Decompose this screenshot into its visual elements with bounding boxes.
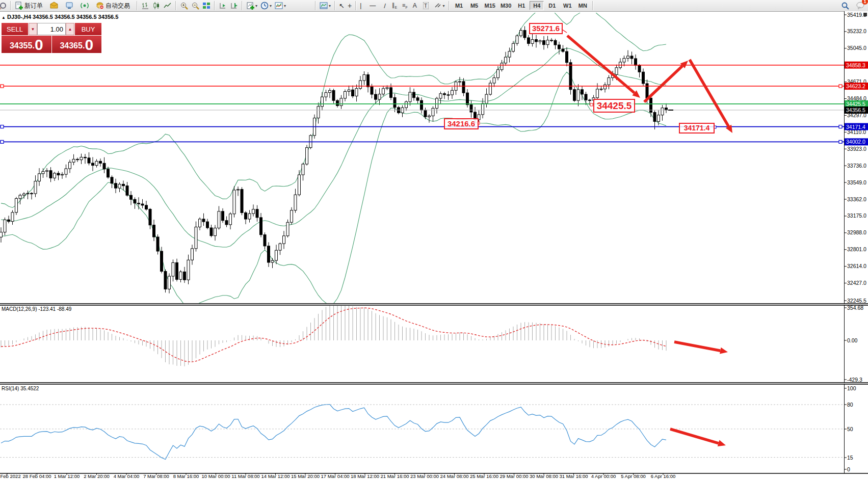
chart-area[interactable]: 35419.035232.035045.034858.034671.034484…: [0, 11, 868, 480]
time-axis-label: 5 Apr 08:00: [621, 473, 646, 479]
horizontal-line-tool[interactable]: —: [368, 1, 377, 11]
candle-body: [382, 89, 385, 94]
chart-window-icon: [320, 2, 328, 10]
volume-increase-button[interactable]: ▲: [66, 23, 74, 35]
signals-button[interactable]: [79, 1, 90, 11]
indicators-button[interactable]: ▾: [273, 1, 287, 11]
candle-body: [294, 195, 297, 210]
candle-body: [61, 174, 64, 175]
tile-windows-button[interactable]: [201, 1, 212, 11]
candle-body: [512, 43, 515, 51]
buy-button[interactable]: BUY: [74, 23, 101, 35]
timeframe-d1[interactable]: D1: [545, 1, 559, 10]
candle-body: [348, 90, 350, 91]
candle-body: [325, 93, 327, 97]
auto-scroll-icon: [219, 2, 227, 10]
line-handle: [1, 125, 4, 128]
candle-body: [199, 219, 201, 227]
time-axis-label: 29 Mar 00:00: [500, 473, 529, 479]
candle-body: [76, 159, 79, 159]
bar-chart-mode-button[interactable]: [140, 1, 151, 11]
price-annotation[interactable]: 34425.5: [593, 99, 635, 113]
line-chart-mode-button[interactable]: [162, 1, 173, 11]
pane-separator: [0, 303, 868, 304]
fibonacci-tool[interactable]: ≡F: [401, 1, 409, 11]
volume-input[interactable]: [37, 23, 66, 35]
search-button[interactable]: [839, 1, 851, 11]
timeframe-m15[interactable]: M15: [483, 1, 497, 10]
notifications-button[interactable]: 1: [855, 1, 866, 11]
timeframe-m1[interactable]: M1: [452, 1, 466, 10]
pane-separator: [0, 383, 868, 384]
candle-body: [206, 222, 209, 228]
candle-body: [27, 193, 29, 194]
time-axis-label: 7 Mar 08:00: [143, 473, 169, 479]
text-label-tool[interactable]: T: [422, 1, 430, 11]
candle-body: [642, 72, 645, 84]
timeframe-m30[interactable]: M30: [498, 1, 513, 10]
trend-arrow-head: [718, 440, 726, 446]
candle-body: [95, 161, 98, 165]
periods-button[interactable]: ▾: [259, 1, 273, 11]
new-order-button[interactable]: 新订单: [13, 1, 44, 11]
candle-body: [202, 219, 205, 222]
candle-body: [386, 88, 388, 89]
candle-body: [332, 90, 335, 100]
candle-body: [183, 272, 186, 280]
price-line-label: 34002.0: [846, 139, 865, 145]
candle-body: [54, 173, 56, 178]
price-line-label: 34171.4: [846, 124, 865, 130]
zoom-in-button[interactable]: [178, 1, 190, 11]
pane-separator: [0, 304, 868, 305]
price-annotation[interactable]: 34216.6: [444, 118, 479, 129]
report-icon[interactable]: [0, 1, 8, 11]
timeframe-w1[interactable]: W1: [560, 1, 574, 10]
shapes-tool[interactable]: ▾: [432, 1, 446, 11]
trendline-tool[interactable]: /: [382, 1, 387, 11]
timeframe-h1[interactable]: H1: [514, 1, 529, 10]
axis-tick-label: 35232.0: [847, 28, 866, 34]
cursor-tool[interactable]: ↖: [337, 1, 346, 11]
volume-decrease-button[interactable]: ▼: [29, 23, 37, 35]
zoom-out-button[interactable]: [190, 1, 201, 11]
dropdown-arrow-icon: ▾: [443, 4, 445, 8]
candle-body: [271, 260, 274, 262]
axis-tick-label: 32245.5: [847, 298, 866, 304]
timeframe-m5[interactable]: M5: [467, 1, 482, 10]
candle-body: [118, 184, 121, 188]
search-icon: [841, 2, 849, 10]
candle-chart-mode-button[interactable]: [151, 1, 162, 11]
price-annotation[interactable]: 35271.6: [529, 23, 563, 34]
candle-body: [501, 63, 503, 70]
candle-body: [573, 90, 576, 101]
mql-community-button[interactable]: [64, 1, 75, 11]
bar-chart-icon: [141, 2, 149, 10]
candle-body: [23, 194, 25, 195]
crosshair-tool[interactable]: +: [346, 1, 353, 11]
auto-scroll-button[interactable]: [217, 1, 228, 11]
timeframe-mn[interactable]: MN: [575, 1, 590, 10]
time-axis-label: 24 Mar 08:00: [440, 473, 469, 479]
autotrade-button[interactable]: 自动交易: [94, 1, 131, 11]
collapse-triangle-icon[interactable]: ▲: [2, 15, 6, 20]
candle-body: [306, 148, 308, 164]
sell-price-button[interactable]: 34355.0: [2, 36, 51, 53]
buy-price-button[interactable]: 34365.0: [52, 36, 102, 53]
new-chart-button[interactable]: ▾: [245, 1, 259, 11]
candle-body: [608, 78, 610, 85]
sell-button[interactable]: SELL: [2, 23, 29, 35]
axis-tick-label: 32427.0: [847, 280, 866, 286]
mailbox-button[interactable]: [48, 1, 60, 11]
text-tool[interactable]: A: [411, 1, 418, 11]
timeframe-h4[interactable]: H4: [530, 1, 544, 10]
channel-tool[interactable]: ∥E: [390, 1, 399, 11]
candle-body: [416, 98, 419, 100]
new-order-label: 新订单: [24, 2, 43, 10]
axis-tick-label: -429.3: [847, 377, 862, 383]
candle-body: [126, 186, 128, 196]
chart-shift-button[interactable]: [228, 1, 240, 11]
chart-window-mode-button[interactable]: ▾: [318, 1, 332, 11]
price-annotation[interactable]: 34171.4: [679, 123, 715, 134]
pane-separator: [0, 382, 868, 383]
vertical-line-tool[interactable]: |: [358, 1, 363, 11]
